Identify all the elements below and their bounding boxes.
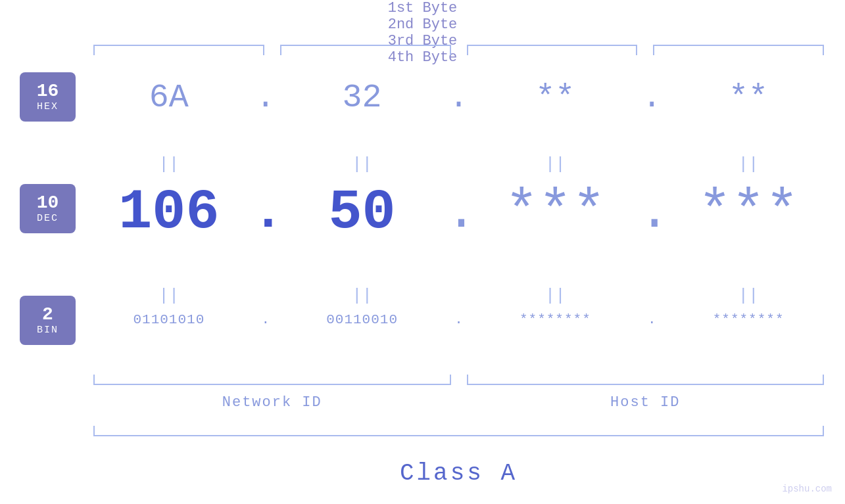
dec-byte3: ***	[472, 181, 639, 244]
dec-byte2: 50	[279, 181, 446, 244]
hex-badge: 16 HEX	[20, 72, 76, 122]
bin-badge: 2 BIN	[20, 296, 76, 345]
dec-dot2: .	[446, 183, 472, 242]
bin-badge-box: 2 BIN	[20, 296, 76, 345]
class-bracket	[85, 426, 832, 436]
dec-dot1: .	[253, 183, 279, 242]
bin-dot3: .	[639, 312, 665, 327]
watermark: ipshu.com	[782, 484, 832, 494]
bin-byte4: ********	[665, 312, 832, 327]
hex-badge-box: 16 HEX	[20, 72, 76, 122]
bin-dot2: .	[446, 312, 472, 327]
eq2-b1: ||	[85, 286, 253, 306]
byte-headers: 1st Byte 2nd Byte 3rd Byte 4th Byte	[0, 0, 845, 66]
dec-byte1: 106	[85, 181, 253, 244]
bin-byte3: ********	[472, 312, 639, 327]
hex-badge-base: HEX	[37, 101, 59, 112]
equals-row-2: || || || ||	[85, 286, 832, 306]
hex-row: 6A . 32 . ** . **	[85, 79, 832, 116]
eq1-b3: ||	[472, 154, 639, 174]
bracket-byte2	[280, 45, 451, 55]
byte1-header: 1st Byte	[0, 0, 845, 16]
hex-dot2: .	[446, 79, 472, 116]
hex-badge-number: 16	[37, 81, 59, 102]
hex-byte2: 32	[279, 79, 446, 116]
host-bracket	[467, 375, 825, 385]
bin-byte1: 01101010	[85, 312, 253, 327]
bracket-byte3	[467, 45, 638, 55]
top-brackets	[85, 45, 832, 55]
dec-byte4: ***	[665, 181, 832, 244]
bin-byte2: 00110010	[279, 312, 446, 327]
eq1-b2: ||	[279, 154, 446, 174]
hex-byte4: **	[665, 79, 832, 116]
dec-badge-base: DEC	[37, 213, 59, 224]
dec-badge-number: 10	[37, 193, 59, 214]
equals-row-1: || || || ||	[85, 154, 832, 174]
hex-dot3: .	[639, 79, 665, 116]
bin-badge-base: BIN	[37, 325, 59, 336]
dec-badge: 10 DEC	[20, 184, 76, 233]
bottom-brackets	[85, 375, 832, 385]
dec-badge-box: 10 DEC	[20, 184, 76, 233]
host-id-label: Host ID	[459, 394, 833, 411]
eq2-b3: ||	[472, 286, 639, 306]
bin-badge-number: 2	[42, 305, 53, 325]
eq2-b2: ||	[279, 286, 446, 306]
hex-byte1: 6A	[85, 79, 253, 116]
class-a-label: Class A	[85, 460, 832, 487]
bin-row: 01101010 . 00110010 . ******** . *******…	[85, 312, 832, 327]
dec-row: 106 . 50 . *** . ***	[85, 181, 832, 244]
bracket-byte1	[93, 45, 264, 55]
eq2-b4: ||	[665, 286, 832, 306]
network-id-label: Network ID	[85, 394, 459, 411]
bin-dot1: .	[253, 312, 279, 327]
hex-byte3: **	[472, 79, 639, 116]
id-labels: Network ID Host ID	[85, 394, 832, 411]
eq1-b4: ||	[665, 154, 832, 174]
byte2-header: 2nd Byte	[0, 16, 845, 33]
network-bracket	[93, 375, 451, 385]
bracket-byte4	[653, 45, 824, 55]
dec-dot3: .	[639, 183, 665, 242]
hex-dot1: .	[253, 79, 279, 116]
eq1-b1: ||	[85, 154, 253, 174]
main-layout: 1st Byte 2nd Byte 3rd Byte 4th Byte 16 H…	[0, 0, 845, 504]
